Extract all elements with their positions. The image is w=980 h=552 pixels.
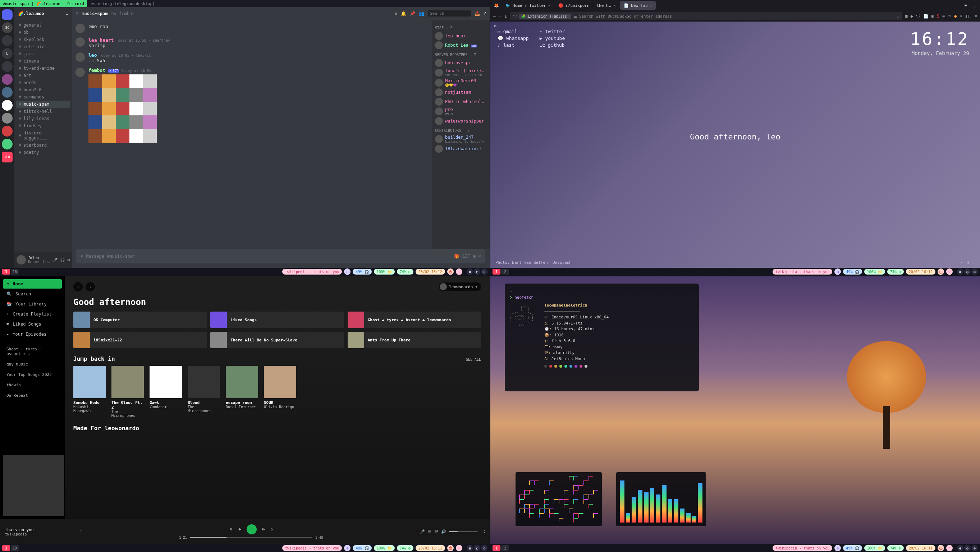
address-bar[interactable]: 🛡 🧩 Extension (Tabliss) ☰ Search with Du… — [510, 12, 902, 20]
album-card[interactable]: Blood The Microphones — [188, 366, 220, 418]
workspace-button[interactable]: 3 — [2, 269, 10, 275]
member-item[interactable]: TBlazeWarriorT — [435, 144, 487, 153]
status-icon[interactable]: ⏻ — [937, 269, 944, 275]
now-playing-pill[interactable]: twikipedia - thats on you — [773, 545, 833, 551]
message-author[interactable]: fembot — [88, 68, 105, 73]
playlist-item[interactable]: Ghost + tyrex + bscont + … — [3, 346, 62, 357]
ext-icon[interactable]: ▣ — [931, 14, 934, 19]
channel-item[interactable]: lily-ideas — [16, 115, 70, 122]
tray-icon[interactable]: ⊕ — [971, 269, 978, 275]
ext-icon[interactable]: 📄 — [923, 14, 929, 19]
shortcut-card[interactable]: i85mixx21-22 — [73, 332, 207, 348]
inbox-icon[interactable]: 📥 — [474, 11, 480, 16]
devices-icon[interactable]: 🖳 — [434, 529, 438, 534]
members-icon[interactable]: 👥 — [419, 11, 424, 16]
album-card[interactable]: escape room Rural Internet — [226, 366, 258, 418]
status-icon[interactable]: ⊙ — [834, 269, 841, 275]
titlebar-active-tab[interactable]: #music-spam | 🌈.lea.moe - Discord — [0, 0, 87, 7]
channel-item[interactable]: music-spam — [16, 101, 70, 108]
channel-item[interactable]: starboard — [16, 142, 70, 149]
see-all-link[interactable]: SEE ALL — [466, 358, 481, 361]
playlist-item[interactable]: On Repeat — [3, 392, 62, 399]
pin-icon[interactable]: 📌 — [410, 11, 415, 16]
playlist-item[interactable]: Your Top Songs 2022 — [3, 371, 62, 378]
workspace-button[interactable]: 10 — [11, 545, 19, 551]
ext-icon[interactable]: ● — [954, 14, 957, 19]
tray-icon[interactable]: ⊕ — [481, 545, 487, 551]
tray-icon[interactable]: ◐ — [474, 269, 480, 275]
workspace-switcher[interactable]: 310 — [2, 269, 19, 275]
back-button[interactable]: ‹ — [73, 282, 83, 291]
progress-bar[interactable] — [190, 537, 312, 538]
now-playing-pill[interactable]: twikipedia - thats on you — [282, 545, 342, 551]
repeat-icon[interactable]: ↻ — [271, 527, 273, 531]
album-card[interactable]: The Glow, Pt. 2 The Microphones — [111, 366, 144, 418]
member-item[interactable]: lea heart — [435, 31, 487, 41]
next-icon[interactable]: › — [972, 260, 975, 265]
workspace-button[interactable]: 10 — [11, 269, 19, 275]
gear-icon[interactable]: ⚙ — [67, 258, 70, 262]
album-card[interactable]: Somoku Hodo Hakushi Hasegawa — [73, 366, 106, 418]
settings-icon[interactable]: ⚙ — [494, 24, 496, 29]
nav-item[interactable]: 📚Your Library — [3, 299, 62, 309]
workspace-button[interactable]: 1 — [493, 545, 500, 551]
sticker-icon[interactable]: ▣ — [473, 254, 476, 259]
ext-icon[interactable]: S — [937, 14, 939, 19]
mic-icon[interactable]: 🎤 — [53, 258, 58, 262]
user-menu[interactable]: leowonardo ▾ — [439, 283, 481, 291]
album-card[interactable]: SOUR Olivia Rodrigo — [264, 366, 296, 418]
playlist-item[interactable]: thqwib — [3, 382, 62, 388]
titlebar-inactive-tab[interactable]: esse (org.telegram.desktop) — [87, 2, 159, 6]
status-icon[interactable]: ⊙ — [834, 545, 841, 551]
message-author[interactable]: leo — [88, 52, 97, 58]
channel-item[interactable]: commands — [16, 94, 70, 101]
status-icon[interactable]: ⊙ — [344, 545, 350, 551]
volume-bar[interactable] — [449, 531, 478, 532]
message-avatar[interactable] — [75, 52, 85, 62]
server-header[interactable]: 🌈.lea.moe ⌄ — [14, 7, 72, 20]
attach-icon[interactable]: ⊕ — [81, 254, 83, 259]
terminal-window[interactable]: ~ ❯ neofetch ___ ___)__|_ .-*'__ '*-, ( … — [505, 283, 699, 391]
bookmark-icon[interactable]: ☆ — [897, 14, 899, 19]
close-tab-icon[interactable]: × — [614, 3, 616, 8]
channel-item[interactable]: cute-pics — [16, 43, 70, 50]
workspace-switcher[interactable]: 12 — [493, 545, 509, 551]
shuffle-icon[interactable]: ⤨ — [229, 527, 232, 531]
server-icon[interactable] — [2, 61, 13, 72]
forward-button[interactable]: → — [499, 14, 502, 19]
channel-item[interactable]: discord-suggesti… — [16, 129, 70, 142]
member-item[interactable]: notjustsam — [435, 87, 487, 97]
workspace-switcher[interactable]: 310 — [2, 545, 19, 551]
shortcut-card[interactable]: OK Computer — [73, 312, 207, 328]
nav-item[interactable]: 🔍Search — [3, 289, 62, 299]
playlist-item[interactable]: gay music — [3, 361, 62, 367]
tray-icon[interactable]: ◐ — [964, 545, 970, 551]
browser-tab[interactable]: 📄 New Tab × — [620, 1, 656, 10]
volume-icon[interactable]: 🔊 — [441, 529, 446, 534]
shortcut-card[interactable]: Ghost + tyrex + bscont + leowonardo — [348, 312, 481, 328]
forward-button[interactable]: › — [86, 282, 95, 291]
server-icon[interactable] — [2, 87, 13, 98]
channel-item[interactable]: art — [16, 72, 70, 79]
queue-icon[interactable]: ☰ — [428, 529, 431, 534]
status-icon[interactable]: ⏻ — [447, 269, 454, 275]
status-icon[interactable]: ⏻ — [937, 545, 944, 551]
message-avatar[interactable] — [75, 24, 85, 33]
new-tab-button[interactable]: + — [962, 3, 970, 8]
workspace-button[interactable]: 3 — [2, 545, 10, 551]
member-item[interactable]: luna's (thick)…SBE DMS ──➤ HOLY SH… — [435, 68, 487, 78]
new-badge[interactable]: NEW — [2, 152, 13, 162]
threads-icon[interactable]: ⌗ — [395, 11, 397, 16]
member-item[interactable]: PhD in whoreol… — [435, 97, 487, 107]
member-item[interactable]: MartinNemi03😊💛💜 — [435, 78, 487, 87]
prev-track-icon[interactable]: ⏮ — [238, 527, 242, 531]
track-title[interactable]: thats on you — [5, 528, 77, 532]
status-icon[interactable]: ♡ — [456, 545, 462, 551]
nav-item[interactable]: ▸Your Episodes — [3, 329, 62, 339]
channel-item[interactable]: nerds — [16, 79, 70, 86]
gif-icon[interactable]: GIF — [462, 254, 470, 259]
nav-item[interactable]: +Create Playlist — [3, 309, 62, 319]
server-icon[interactable] — [2, 35, 13, 46]
now-playing-pill[interactable]: twikipedia - thats on you — [282, 269, 342, 275]
status-icon[interactable]: ⏻ — [447, 545, 454, 551]
